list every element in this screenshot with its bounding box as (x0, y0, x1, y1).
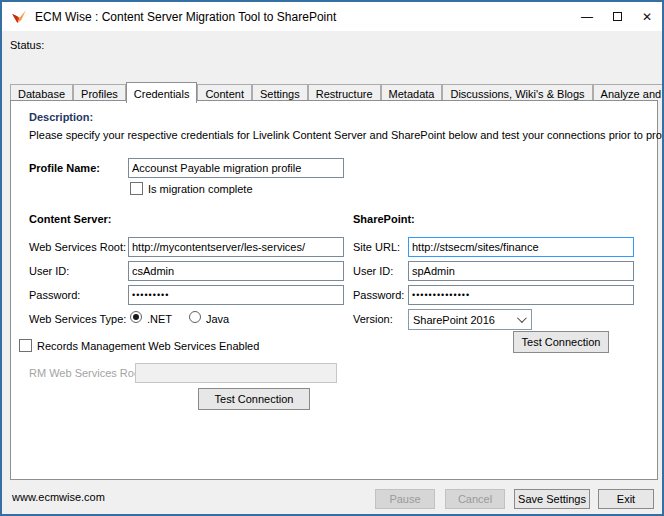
website-link[interactable]: www.ecmwise.com (12, 491, 105, 503)
app-logo-icon (10, 8, 28, 26)
sp-password-input[interactable] (408, 285, 634, 305)
window-title: ECM Wise : Content Server Migration Tool… (35, 10, 336, 24)
app-window: ECM Wise : Content Server Migration Tool… (0, 0, 664, 516)
maximize-icon (613, 12, 622, 21)
tab-strip: Database Profiles Credentials Content Se… (10, 82, 654, 101)
sp-site-url-input[interactable] (408, 237, 634, 257)
cancel-button: Cancel (445, 489, 505, 509)
cs-password-input[interactable] (128, 285, 344, 305)
ws-type-dotnet-radio[interactable] (130, 311, 142, 323)
save-settings-button[interactable]: Save Settings (514, 489, 590, 509)
rm-web-services-enabled-checkbox[interactable] (19, 339, 32, 352)
is-migration-complete-checkbox[interactable] (130, 182, 143, 195)
profile-name-input[interactable] (128, 158, 344, 178)
title-bar: ECM Wise : Content Server Migration Tool… (2, 2, 662, 31)
exit-button[interactable]: Exit (598, 489, 654, 509)
status-label: Status: (10, 39, 44, 51)
maximize-button[interactable] (602, 2, 632, 31)
profile-name-label: Profile Name: (29, 162, 100, 174)
sp-version-label: Version: (353, 313, 393, 325)
sp-user-id-input[interactable] (408, 261, 634, 281)
pause-button: Pause (375, 489, 435, 509)
ws-type-dotnet-label: .NET (147, 313, 172, 325)
minimize-button[interactable]: — (572, 2, 602, 31)
sp-password-label: Password: (353, 289, 404, 301)
status-bar: Status: (2, 31, 662, 80)
sp-test-connection-button[interactable]: Test Connection (513, 331, 609, 353)
rm-web-services-root-input (135, 363, 337, 383)
sp-version-dropdown[interactable]: SharePoint 2016 (408, 309, 532, 330)
chevron-down-icon (517, 313, 527, 323)
sp-user-id-label: User ID: (353, 265, 393, 277)
cs-web-services-type-label: Web Services Type: (29, 313, 126, 325)
cs-user-id-input[interactable] (128, 261, 344, 281)
ws-type-java-radio[interactable] (189, 311, 201, 323)
description-text: Please specify your respective credentia… (29, 129, 664, 141)
cs-user-id-label: User ID: (29, 265, 69, 277)
ws-type-java-label: Java (206, 313, 229, 325)
sp-version-value: SharePoint 2016 (413, 314, 495, 326)
footer-bar: www.ecmwise.com Pause Cancel Save Settin… (2, 480, 662, 514)
rm-web-services-root-label: RM Web Services Root: (29, 367, 146, 379)
tab-credentials[interactable]: Credentials (126, 82, 198, 103)
credentials-tab-page: Description: Please specify your respect… (10, 100, 658, 480)
close-button[interactable]: ✕ (632, 2, 662, 31)
is-migration-complete-label: Is migration complete (148, 183, 253, 195)
cs-web-services-root-label: Web Services Root: (29, 241, 126, 253)
description-heading: Description: (29, 111, 93, 123)
cs-test-connection-button[interactable]: Test Connection (198, 388, 310, 410)
cs-password-label: Password: (29, 289, 80, 301)
sharepoint-heading: SharePoint: (353, 213, 415, 225)
cs-web-services-root-input[interactable] (128, 237, 344, 257)
sp-site-url-label: Site URL: (353, 241, 400, 253)
rm-web-services-enabled-label: Records Management Web Services Enabled (37, 340, 259, 352)
content-server-heading: Content Server: (29, 213, 112, 225)
